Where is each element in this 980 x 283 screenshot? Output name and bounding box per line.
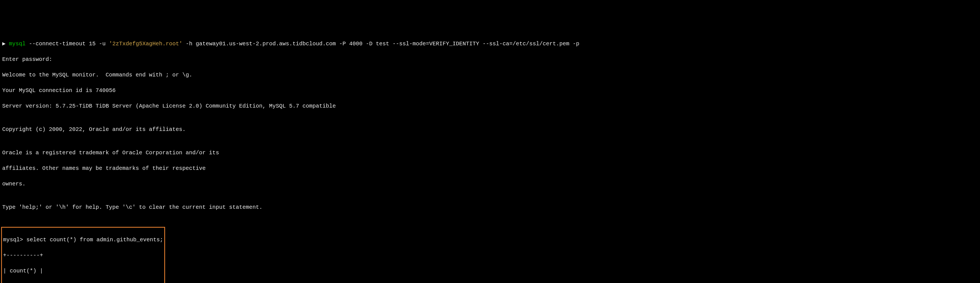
terminal-output: ▶ mysql --connect-timeout 15 -u '2zTxdef… [2, 32, 978, 283]
enter-password-line: Enter password: [2, 56, 978, 64]
query-result-highlight: mysql> select count(*) from admin.github… [1, 227, 165, 283]
prompt-arrow: ▶ [2, 41, 9, 47]
table-header: | count(*) | [3, 267, 163, 275]
server-version-line: Server version: 5.7.25-TiDB TiDB Server … [2, 102, 978, 110]
table-separator: +----------+ [3, 251, 163, 259]
args-before-user: --connect-timeout 15 -u [25, 41, 109, 47]
args-after-user: -h gateway01.us-west-2.prod.aws.tidbclou… [182, 41, 579, 47]
command-line[interactable]: ▶ mysql --connect-timeout 15 -u '2zTxdef… [2, 40, 978, 48]
mysql-command: mysql [9, 41, 25, 47]
trademark-line-2: affiliates. Other names may be trademark… [2, 165, 978, 172]
trademark-line-1: Oracle is a registered trademark of Orac… [2, 149, 978, 157]
connection-id-line: Your MySQL connection id is 740056 [2, 87, 978, 94]
sql-query-line: mysql> select count(*) from admin.github… [3, 236, 163, 244]
trademark-line-3: owners. [2, 180, 978, 188]
welcome-line: Welcome to the MySQL monitor. Commands e… [2, 71, 978, 79]
help-line: Type 'help;' or '\h' for help. Type '\c'… [2, 204, 978, 211]
mysql-user-arg: '2zTxdefg5XagHeh.root' [109, 41, 182, 47]
copyright-line: Copyright (c) 2000, 2022, Oracle and/or … [2, 126, 978, 134]
